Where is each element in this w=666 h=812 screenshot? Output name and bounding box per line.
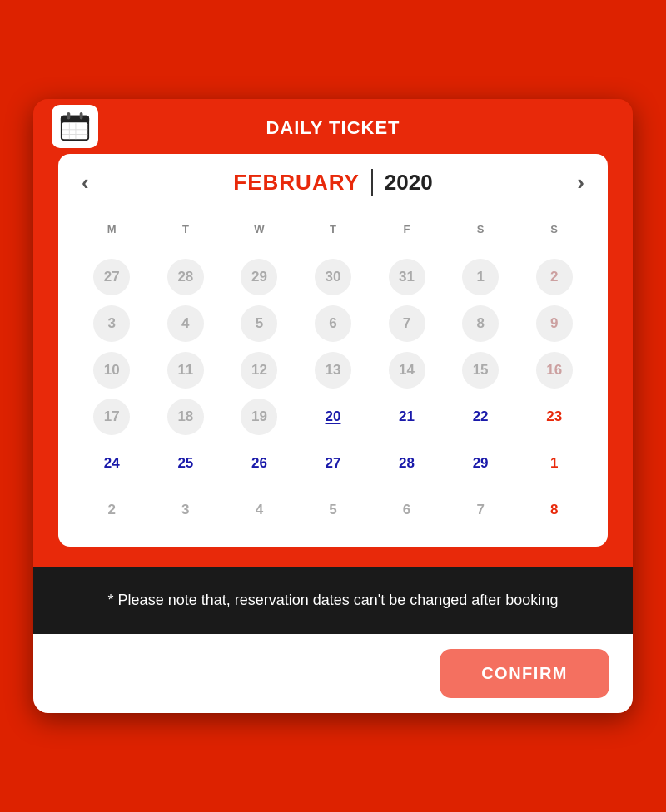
- calendar-day: 6: [389, 492, 425, 528]
- calendar-day[interactable]: 29: [462, 445, 499, 482]
- calendar-cell: 20: [296, 395, 370, 438]
- note-text: * Please note that, reservation dates ca…: [67, 588, 599, 612]
- day-of-week-header: F: [370, 209, 444, 252]
- calendar-cell: 30: [296, 255, 370, 299]
- calendar-day: 3: [167, 492, 204, 528]
- calendar-cell: 8: [517, 488, 591, 532]
- calendar-grid: MTWTFSS272829303112345678910111213141516…: [75, 209, 591, 532]
- calendar-cell: 29: [444, 442, 518, 485]
- calendar-day: 30: [315, 259, 351, 295]
- calendar-cell: 18: [149, 395, 223, 438]
- calendar-cell: 14: [370, 349, 444, 392]
- calendar-day: 8: [536, 492, 573, 528]
- day-of-week-header: M: [75, 209, 149, 252]
- calendar-cell: 3: [75, 302, 149, 345]
- calendar-day: 7: [462, 492, 499, 528]
- calendar-cell: 23: [517, 395, 591, 438]
- calendar-cell: 6: [296, 302, 370, 345]
- calendar-day: 8: [462, 305, 499, 342]
- calendar-cell: 7: [370, 302, 444, 345]
- calendar-cell: 19: [222, 395, 296, 438]
- calendar-day: 11: [167, 352, 204, 389]
- calendar-cell: 17: [75, 395, 149, 438]
- calendar-cell: 21: [370, 395, 444, 438]
- calendar-day: 5: [241, 305, 277, 342]
- calendar-day: 16: [536, 352, 573, 389]
- calendar-cell: 28: [370, 442, 444, 485]
- calendar-day[interactable]: 27: [315, 445, 351, 482]
- calendar-cell: 12: [222, 349, 296, 392]
- next-month-button[interactable]: ›: [570, 171, 591, 193]
- calendar-day: 14: [389, 352, 425, 389]
- calendar-svg: [59, 111, 91, 142]
- calendar-cell: 28: [149, 255, 223, 299]
- calendar-day: 6: [315, 305, 351, 342]
- calendar-cell: 6: [370, 488, 444, 532]
- calendar-day[interactable]: 25: [167, 445, 204, 482]
- modal-dialog: DAILY TICKET ‹ FEBRUARY 2020 › MTWTFSS27…: [33, 99, 633, 713]
- calendar-day: 13: [315, 352, 351, 389]
- calendar-day: 17: [93, 399, 130, 435]
- calendar-day: 1: [462, 259, 499, 295]
- calendar-cell: 26: [222, 442, 296, 485]
- calendar-day: 2: [536, 259, 573, 295]
- calendar-day[interactable]: 22: [462, 399, 499, 435]
- calendar-cell: 24: [75, 442, 149, 485]
- calendar-day[interactable]: 24: [93, 445, 130, 482]
- calendar-day: 4: [167, 305, 204, 342]
- calendar-day: 7: [389, 305, 425, 342]
- calendar-cell: 5: [222, 302, 296, 345]
- calendar-icon: [52, 105, 98, 148]
- calendar-cell: 9: [517, 302, 591, 345]
- calendar-day: 18: [167, 399, 204, 435]
- calendar-month: FEBRUARY: [233, 170, 359, 196]
- calendar-day: 15: [462, 352, 499, 389]
- calendar-day: 12: [241, 352, 277, 389]
- calendar-day: 29: [241, 259, 277, 295]
- calendar-day: 2: [93, 492, 130, 528]
- day-of-week-header: S: [517, 209, 591, 252]
- modal-header: DAILY TICKET: [33, 99, 633, 154]
- calendar-cell: 10: [75, 349, 149, 392]
- calendar-card: ‹ FEBRUARY 2020 › MTWTFSS272829303112345…: [58, 154, 608, 547]
- svg-rect-2: [62, 122, 87, 139]
- month-year-divider: [371, 169, 373, 196]
- calendar-cell: 16: [517, 349, 591, 392]
- month-year-display: FEBRUARY 2020: [233, 169, 432, 196]
- calendar-day: 27: [93, 259, 130, 295]
- calendar-day: 10: [93, 352, 130, 389]
- confirm-button[interactable]: CONFIRM: [440, 649, 609, 698]
- calendar-day[interactable]: 1: [536, 445, 573, 482]
- calendar-cell: 8: [444, 302, 518, 345]
- calendar-day: 4: [241, 492, 277, 528]
- calendar-cell: 11: [149, 349, 223, 392]
- calendar-day[interactable]: 21: [389, 399, 425, 435]
- calendar-cell: 13: [296, 349, 370, 392]
- calendar-cell: 1: [517, 442, 591, 485]
- svg-rect-4: [80, 112, 83, 120]
- calendar-cell: 4: [149, 302, 223, 345]
- calendar-day: 5: [315, 492, 351, 528]
- calendar-day: 19: [241, 399, 277, 435]
- calendar-section: ‹ FEBRUARY 2020 › MTWTFSS272829303112345…: [33, 154, 633, 567]
- calendar-cell: 22: [444, 395, 518, 438]
- calendar-cell: 5: [296, 488, 370, 532]
- calendar-day[interactable]: 20: [315, 399, 351, 435]
- calendar-day: 9: [536, 305, 573, 342]
- calendar-cell: 29: [222, 255, 296, 299]
- day-of-week-header: S: [444, 209, 518, 252]
- calendar-cell: 31: [370, 255, 444, 299]
- calendar-cell: 27: [296, 442, 370, 485]
- svg-rect-3: [67, 112, 71, 120]
- calendar-day: 31: [389, 259, 425, 295]
- calendar-day[interactable]: 26: [241, 445, 277, 482]
- prev-month-button[interactable]: ‹: [75, 171, 96, 193]
- calendar-day[interactable]: 28: [389, 445, 425, 482]
- calendar-day[interactable]: 23: [536, 399, 573, 435]
- calendar-day: 3: [93, 305, 130, 342]
- calendar-cell: 1: [444, 255, 518, 299]
- note-section: * Please note that, reservation dates ca…: [33, 567, 633, 634]
- calendar-cell: 15: [444, 349, 518, 392]
- calendar-cell: 7: [444, 488, 518, 532]
- calendar-cell: 2: [75, 488, 149, 532]
